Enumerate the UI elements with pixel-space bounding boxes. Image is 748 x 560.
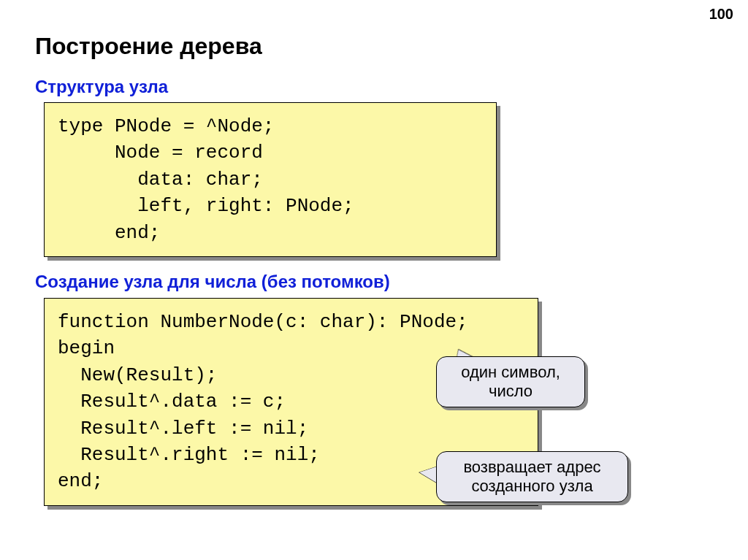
section-heading-create: Создание узла для числа (без потомков) bbox=[35, 272, 390, 292]
section-heading-structure: Структура узла bbox=[35, 77, 168, 97]
callout-text-1: один символ,число bbox=[461, 363, 560, 400]
code-block-structure: type PNode = ^Node; Node = record data: … bbox=[44, 102, 497, 257]
callout-text-2: возвращает адрессозданного узла bbox=[463, 458, 600, 495]
page-number: 100 bbox=[709, 6, 733, 23]
code-text-structure: type PNode = ^Node; Node = record data: … bbox=[45, 103, 496, 256]
callout-returns-addr: возвращает адрессозданного узла bbox=[436, 451, 628, 502]
callout-one-symbol: один символ,число bbox=[436, 356, 585, 407]
page-title: Построение дерева bbox=[35, 33, 262, 60]
